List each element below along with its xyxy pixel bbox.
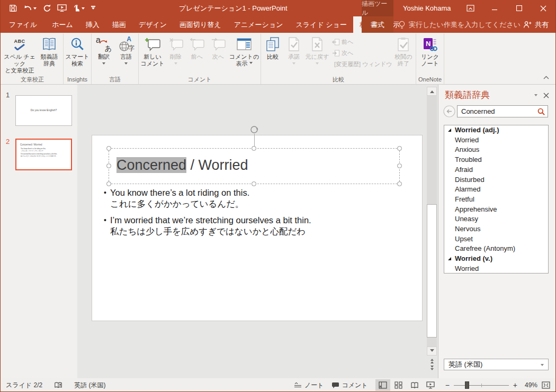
- zoom-out-button[interactable]: −: [445, 381, 450, 389]
- spelling-grammar-button[interactable]: ABC スペル チェック と文章校正: [3, 34, 37, 75]
- thesaurus-result-item[interactable]: Alarmed: [444, 185, 548, 195]
- tab-slideshow[interactable]: スライド ショー: [289, 16, 353, 33]
- compare-button[interactable]: 比較: [262, 34, 283, 75]
- tab-draw[interactable]: 描画: [106, 16, 132, 33]
- search-button[interactable]: [537, 108, 545, 115]
- thesaurus-result-item[interactable]: Uneasy: [444, 214, 548, 224]
- slide-1-thumbnail[interactable]: Do you know English?: [15, 95, 72, 126]
- resize-handle-top-center[interactable]: [252, 146, 256, 151]
- share-button[interactable]: 共有: [516, 16, 555, 33]
- thesaurus-result-item[interactable]: Upset: [444, 234, 548, 244]
- language-status-button[interactable]: 英語 (米国): [74, 381, 105, 390]
- tell-me-box[interactable]: 実行したい作業を入力してください: [399, 16, 521, 33]
- minimize-button[interactable]: [482, 0, 507, 16]
- account-name[interactable]: Yoshie Kohama: [403, 0, 451, 16]
- slide-canvas[interactable]: Concerned / Worried • You know there’s a…: [92, 135, 423, 321]
- start-slideshow-button[interactable]: [57, 4, 67, 12]
- smart-lookup-button[interactable]: スマート 検索: [65, 34, 90, 75]
- slideshow-view-button[interactable]: [423, 379, 438, 391]
- tab-file[interactable]: ファイル: [1, 16, 46, 33]
- translate-button[interactable]: a あ 翻訳: [93, 34, 115, 75]
- thesaurus-button[interactable]: 類義語 辞典: [37, 34, 62, 75]
- notes-button[interactable]: ノート: [294, 381, 324, 390]
- resize-handle-top-right[interactable]: [397, 146, 402, 151]
- bullet-item[interactable]: • I’m worried that we’re stretching ours…: [101, 215, 397, 237]
- slide-sorter-view-button[interactable]: [391, 379, 406, 391]
- slide-body-text[interactable]: • You know there’s a lot riding on this.…: [101, 187, 397, 242]
- linked-notes-button[interactable]: N リンク ノート: [417, 34, 443, 75]
- touch-mode-dropdown-caret[interactable]: [82, 7, 85, 11]
- thesaurus-result-item[interactable]: Troubled: [444, 155, 548, 165]
- customize-qat-button[interactable]: [91, 6, 95, 11]
- selected-word[interactable]: Concerned: [116, 157, 186, 173]
- zoom-slider-thumb[interactable]: [465, 381, 469, 389]
- resize-handle-middle-right[interactable]: [397, 163, 402, 168]
- tab-animations[interactable]: アニメーション: [228, 16, 290, 33]
- resize-handle-bottom-left[interactable]: [106, 181, 111, 186]
- collapse-triangle-icon[interactable]: [448, 129, 451, 132]
- bullet-item[interactable]: • You know there’s a lot riding on this.…: [101, 187, 397, 209]
- close-button[interactable]: [531, 0, 555, 16]
- thesaurus-language-dropdown[interactable]: 英語 (米国): [444, 359, 549, 370]
- resize-handle-top-left[interactable]: [106, 146, 111, 151]
- undo-button[interactable]: [23, 5, 37, 12]
- scroll-up-button[interactable]: [427, 87, 437, 96]
- previous-slide-button[interactable]: [431, 358, 434, 363]
- reviewing-pane-button[interactable]: [変更履歴] ウィンドウ: [332, 60, 390, 68]
- thesaurus-back-button[interactable]: [443, 105, 455, 119]
- rotation-handle-icon[interactable]: [250, 125, 258, 136]
- thesaurus-result-item[interactable]: Apprehensive: [444, 205, 548, 215]
- thesaurus-result-item[interactable]: Disturbed: [444, 175, 548, 185]
- spell-check-status-button[interactable]: [54, 382, 62, 389]
- delete-comment-button[interactable]: 削除: [165, 34, 186, 75]
- vertical-scrollbar[interactable]: [427, 87, 437, 355]
- previous-change-button[interactable]: 前へ: [332, 38, 390, 46]
- scrollbar-thumb[interactable]: [427, 204, 437, 338]
- thesaurus-result-item[interactable]: Carefree (Antonym): [444, 244, 548, 254]
- comments-button[interactable]: コメント: [331, 381, 368, 390]
- tab-format[interactable]: 書式: [362, 16, 393, 33]
- tab-home[interactable]: ホーム: [46, 16, 79, 33]
- save-button[interactable]: [9, 4, 17, 12]
- zoom-in-button[interactable]: +: [513, 381, 517, 389]
- translate-dropdown-caret[interactable]: [102, 62, 105, 66]
- next-slide-button[interactable]: [431, 366, 434, 371]
- tab-transitions[interactable]: 画面切り替え: [173, 16, 228, 33]
- show-comments-button[interactable]: コメントの 表示: [229, 34, 259, 75]
- tab-insert[interactable]: 挿入: [79, 16, 106, 33]
- reading-view-button[interactable]: [407, 379, 422, 391]
- resize-handle-bottom-center[interactable]: [252, 181, 256, 186]
- slide-counter[interactable]: スライド 2/2: [6, 381, 42, 390]
- thesaurus-search-input[interactable]: [458, 107, 537, 115]
- slide-title-text[interactable]: Concerned / Worried: [116, 157, 248, 174]
- new-comment-button[interactable]: 新しい コメント: [140, 34, 165, 75]
- next-change-button[interactable]: 次へ: [332, 49, 390, 57]
- reject-button[interactable]: 元に戻す: [304, 34, 330, 75]
- previous-comment-button[interactable]: 前へ: [186, 34, 208, 75]
- pane-options-caret[interactable]: [534, 94, 537, 98]
- thesaurus-result-item[interactable]: Worried: [444, 135, 548, 145]
- thesaurus-results-list[interactable]: Worried (adj.) Worried Anxious T: [444, 125, 549, 274]
- thesaurus-result-item[interactable]: Worried (v.): [444, 254, 548, 264]
- tab-design[interactable]: デザイン: [132, 16, 173, 33]
- repeat-button[interactable]: [43, 4, 51, 12]
- touch-mouse-mode-button[interactable]: [73, 4, 85, 12]
- undo-dropdown-caret[interactable]: [33, 7, 37, 11]
- accept-button[interactable]: 承諾: [283, 34, 304, 75]
- collapse-ribbon-button[interactable]: [543, 72, 549, 81]
- normal-view-button[interactable]: [375, 379, 390, 391]
- fit-slide-to-window-button[interactable]: [542, 381, 550, 389]
- zoom-level[interactable]: 49%: [522, 381, 537, 389]
- title-placeholder[interactable]: Concerned / Worried: [109, 148, 400, 184]
- thesaurus-result-item[interactable]: Worried: [444, 264, 548, 274]
- thesaurus-result-item[interactable]: Worried (adj.): [444, 125, 548, 135]
- collapse-triangle-icon[interactable]: [448, 257, 451, 260]
- language-button[interactable]: A字 言語: [115, 34, 137, 75]
- thesaurus-result-item[interactable]: Anxious: [444, 145, 548, 155]
- slide-2-thumbnail[interactable]: Concerned / Worried You know there’s a l…: [15, 139, 72, 170]
- next-comment-button[interactable]: 次へ: [208, 34, 229, 75]
- end-review-button[interactable]: 校閲の 終了: [392, 34, 415, 75]
- thesaurus-result-item[interactable]: Afraid: [444, 165, 548, 175]
- resize-handle-middle-left[interactable]: [106, 163, 111, 168]
- pane-close-button[interactable]: [543, 92, 549, 100]
